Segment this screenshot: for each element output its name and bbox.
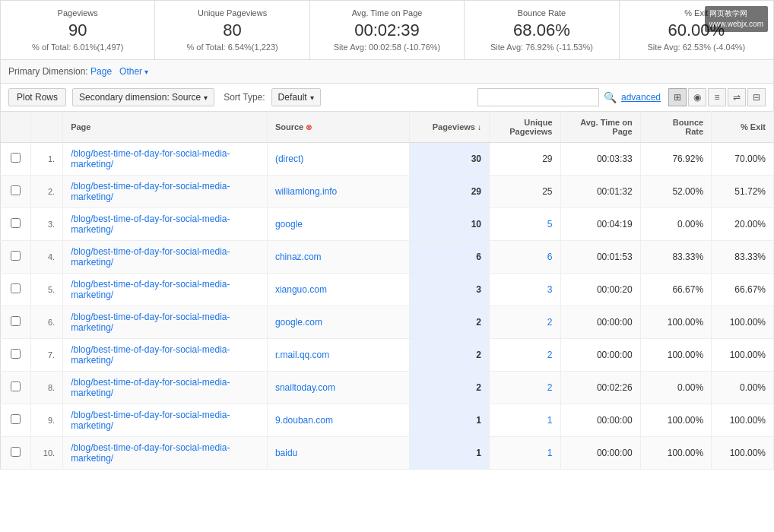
row-checkbox-2[interactable] bbox=[1, 208, 31, 241]
row-source-5[interactable]: google.com bbox=[267, 306, 409, 339]
header-bounce[interactable]: BounceRate bbox=[640, 112, 711, 143]
data-table: Page Source ⊗ Pageviews ↓ UniquePageview… bbox=[0, 111, 774, 470]
row-unique-6: 2 bbox=[490, 339, 560, 372]
row-source-7[interactable]: snailtoday.com bbox=[267, 372, 409, 404]
metric-cell-1: Unique Pageviews 80 % of Total: 6.54%(1,… bbox=[155, 1, 309, 59]
row-page-1[interactable]: /blog/best-time-of-day-for-social-media-… bbox=[63, 176, 268, 208]
row-page-2[interactable]: /blog/best-time-of-day-for-social-media-… bbox=[63, 208, 268, 241]
row-avgtime-9: 00:00:00 bbox=[560, 437, 640, 470]
row-avgtime-6: 00:00:00 bbox=[560, 339, 640, 372]
pie-view-icon[interactable]: ◉ bbox=[688, 88, 706, 106]
row-checkbox-5[interactable] bbox=[1, 306, 31, 339]
row-num-1: 2. bbox=[30, 176, 62, 208]
row-bounce-9: 100.00% bbox=[640, 437, 711, 470]
metric-value-3: 68.06% bbox=[477, 21, 606, 40]
row-checkbox-0[interactable] bbox=[1, 143, 31, 176]
row-bounce-6: 100.00% bbox=[640, 339, 711, 372]
row-exit-6: 100.00% bbox=[712, 339, 774, 372]
row-bounce-7: 0.00% bbox=[640, 372, 711, 404]
search-icon[interactable]: 🔍 bbox=[604, 91, 617, 103]
row-unique-0: 29 bbox=[490, 143, 560, 176]
row-exit-1: 51.72% bbox=[712, 176, 774, 208]
metric-label-3: Bounce Rate bbox=[477, 8, 606, 17]
toolbar: Plot Rows Secondary dimension: Source ▾ … bbox=[0, 83, 774, 111]
metric-label-0: Pageviews bbox=[13, 8, 142, 17]
metric-sub-1: % of Total: 6.54%(1,223) bbox=[167, 43, 297, 52]
row-unique-4: 3 bbox=[490, 274, 560, 306]
row-avgtime-8: 00:00:00 bbox=[560, 404, 640, 437]
row-checkbox-3[interactable] bbox=[1, 241, 31, 274]
search-input[interactable] bbox=[477, 88, 599, 106]
row-source-1[interactable]: williamlong.info bbox=[267, 176, 409, 208]
row-source-2[interactable]: google bbox=[267, 208, 409, 241]
row-source-4[interactable]: xianguo.com bbox=[267, 274, 409, 306]
row-page-0[interactable]: /blog/best-time-of-day-for-social-media-… bbox=[63, 143, 268, 176]
advanced-link[interactable]: advanced bbox=[621, 92, 661, 103]
row-bounce-5: 100.00% bbox=[640, 306, 711, 339]
row-source-8[interactable]: 9.douban.com bbox=[267, 404, 409, 437]
row-pageviews-0: 30 bbox=[409, 143, 489, 176]
row-page-8[interactable]: /blog/best-time-of-day-for-social-media-… bbox=[63, 404, 268, 437]
header-exit[interactable]: % Exit bbox=[712, 112, 774, 143]
row-unique-3: 6 bbox=[490, 241, 560, 274]
sort-default-button[interactable]: Default ▾ bbox=[271, 88, 321, 106]
row-exit-9: 100.00% bbox=[712, 437, 774, 470]
table-view-icon[interactable]: ⊞ bbox=[668, 88, 687, 106]
metric-cell-3: Bounce Rate 68.06% Site Avg: 76.92% (-11… bbox=[465, 1, 619, 59]
metric-sub-4: Site Avg: 62.53% (-4.04%) bbox=[632, 43, 761, 52]
row-checkbox-7[interactable] bbox=[1, 372, 31, 404]
row-checkbox-6[interactable] bbox=[1, 339, 31, 372]
row-checkbox-8[interactable] bbox=[1, 404, 31, 437]
chevron-down-icon: ▾ bbox=[204, 93, 208, 102]
row-num-9: 10. bbox=[30, 437, 62, 470]
row-page-3[interactable]: /blog/best-time-of-day-for-social-media-… bbox=[63, 241, 268, 274]
table-row: 2. /blog/best-time-of-day-for-social-med… bbox=[1, 176, 774, 208]
metric-label-1: Unique Pageviews bbox=[167, 8, 297, 17]
row-pageviews-5: 2 bbox=[409, 306, 489, 339]
row-pageviews-1: 29 bbox=[409, 176, 489, 208]
header-pageviews[interactable]: Pageviews ↓ bbox=[409, 112, 489, 143]
metric-cell-2: Avg. Time on Page 00:02:39 Site Avg: 00:… bbox=[310, 1, 465, 59]
row-exit-7: 0.00% bbox=[712, 372, 774, 404]
metric-value-0: 90 bbox=[13, 21, 142, 40]
header-page[interactable]: Page bbox=[63, 112, 268, 143]
row-source-3[interactable]: chinaz.com bbox=[267, 241, 409, 274]
header-avgtime[interactable]: Avg. Time onPage bbox=[560, 112, 640, 143]
page-dim-link[interactable]: Page bbox=[90, 66, 112, 77]
row-page-7[interactable]: /blog/best-time-of-day-for-social-media-… bbox=[63, 372, 268, 404]
comparison-view-icon[interactable]: ⇌ bbox=[728, 88, 746, 106]
pivot-view-icon[interactable]: ⊟ bbox=[747, 88, 766, 106]
row-bounce-2: 0.00% bbox=[640, 208, 711, 241]
bar-view-icon[interactable]: ≡ bbox=[708, 88, 726, 106]
row-unique-2: 5 bbox=[490, 208, 560, 241]
row-page-4[interactable]: /blog/best-time-of-day-for-social-media-… bbox=[63, 274, 268, 306]
row-checkbox-4[interactable] bbox=[1, 274, 31, 306]
row-avgtime-5: 00:00:00 bbox=[560, 306, 640, 339]
table-header-row: Page Source ⊗ Pageviews ↓ UniquePageview… bbox=[1, 112, 774, 143]
table-row: 5. /blog/best-time-of-day-for-social-med… bbox=[1, 274, 774, 306]
row-source-9[interactable]: baidu bbox=[267, 437, 409, 470]
table-row: 7. /blog/best-time-of-day-for-social-med… bbox=[1, 339, 774, 372]
row-unique-1: 25 bbox=[490, 176, 560, 208]
secondary-dimension-button[interactable]: Secondary dimension: Source ▾ bbox=[72, 88, 214, 106]
row-page-9[interactable]: /blog/best-time-of-day-for-social-media-… bbox=[63, 437, 268, 470]
row-page-6[interactable]: /blog/best-time-of-day-for-social-media-… bbox=[63, 339, 268, 372]
header-unique[interactable]: UniquePageviews bbox=[490, 112, 560, 143]
row-num-7: 8. bbox=[30, 372, 62, 404]
row-source-0[interactable]: (direct) bbox=[267, 143, 409, 176]
other-dim-link[interactable]: Other ▾ bbox=[119, 66, 148, 77]
row-checkbox-1[interactable] bbox=[1, 176, 31, 208]
row-checkbox-9[interactable] bbox=[1, 437, 31, 470]
row-pageviews-7: 2 bbox=[409, 372, 489, 404]
metric-sub-3: Site Avg: 76.92% (-11.53%) bbox=[477, 43, 606, 52]
metric-label-2: Avg. Time on Page bbox=[322, 8, 452, 17]
row-exit-0: 70.00% bbox=[712, 143, 774, 176]
plot-rows-button[interactable]: Plot Rows bbox=[8, 88, 66, 106]
row-page-5[interactable]: /blog/best-time-of-day-for-social-media-… bbox=[63, 306, 268, 339]
sort-type-label: Sort Type: bbox=[224, 92, 265, 103]
row-source-6[interactable]: r.mail.qq.com bbox=[267, 339, 409, 372]
row-bounce-4: 66.67% bbox=[640, 274, 711, 306]
header-source[interactable]: Source ⊗ bbox=[267, 112, 409, 143]
row-num-0: 1. bbox=[30, 143, 62, 176]
row-num-5: 6. bbox=[30, 306, 62, 339]
